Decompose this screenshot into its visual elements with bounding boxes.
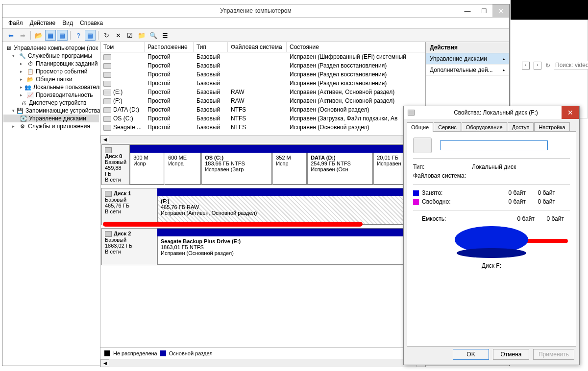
disk-2-stripe — [157, 229, 424, 236]
used-bytes2: 0 байт — [526, 189, 555, 196]
volume-row[interactable]: DATA (D:)ПростойБазовыйNTFSИсправен (Осн… — [100, 105, 425, 114]
refresh-tb-icon[interactable]: ↻ — [101, 30, 112, 41]
tab-service[interactable]: Сервис — [434, 122, 461, 132]
col-volume[interactable]: Том — [100, 42, 145, 52]
partition-e[interactable]: Seagate Backup Plus Drive (E:) 1863,01 Г… — [157, 236, 424, 265]
horizontal-scrollbar[interactable]: ◀ ▶ — [100, 135, 425, 143]
tree-system-tools[interactable]: ▾🔧Служебные программы — [3, 52, 99, 60]
tools-icon: 🔧 — [19, 52, 26, 59]
disk-2[interactable]: Диск 2 Базовый 1863,02 ГБ В сети Seagate… — [101, 228, 424, 265]
col-status[interactable]: Состояние — [287, 42, 425, 52]
browser-search-input[interactable] — [554, 61, 588, 70]
tab-hardware[interactable]: Оборудование — [462, 122, 507, 132]
partition[interactable]: DATA (D:)254,99 ГБ NTFSИсправен (Осн — [307, 153, 373, 185]
free-bytes: 0 байт — [472, 198, 526, 205]
menu-view[interactable]: Вид — [62, 20, 73, 26]
capacity-pie-chart — [455, 226, 528, 253]
volume-row[interactable]: ПростойБазовыйИсправен (Раздел восстанов… — [100, 70, 425, 79]
view2-icon[interactable]: ▤ — [57, 30, 68, 41]
menu-file[interactable]: Файл — [8, 20, 23, 26]
browser-back-icon[interactable]: ‹ — [522, 62, 530, 70]
disk-1-info: Диск 1 Базовый 465,76 ГБ В сети — [102, 188, 157, 225]
folder-icon[interactable]: 📁 — [136, 30, 147, 41]
tree-storage[interactable]: ▾💾Запоминающие устройства — [3, 107, 99, 115]
tree-task-scheduler[interactable]: ▸⏱Планировщик заданий — [3, 60, 99, 68]
services-icon: ⚙ — [19, 123, 26, 130]
close-button[interactable]: ✕ — [492, 4, 509, 17]
horizontal-scrollbar-2[interactable]: ◀ ▶ — [100, 359, 425, 367]
tree-event-viewer[interactable]: ▸📋Просмотр событий — [3, 68, 99, 75]
volume-row[interactable]: Seagate ...ПростойБазовыйNTFSИсправен (О… — [100, 123, 425, 132]
tab-sharing[interactable]: Доступ — [508, 122, 534, 132]
minimize-button[interactable]: — — [459, 4, 476, 17]
disk-map: Диск 0 Базовый 459,88 ГБ В сети 300 МИсп… — [100, 143, 425, 348]
window-title: Управление компьютером — [2, 7, 509, 14]
browser-fwd-icon[interactable]: › — [534, 62, 541, 70]
up-icon[interactable]: 📂 — [33, 30, 44, 41]
users-icon: 👥 — [24, 84, 31, 91]
disk-1[interactable]: Диск 1 Базовый 465,76 ГБ В сети (F:) 465… — [101, 188, 424, 225]
used-label: Занято: — [422, 189, 442, 196]
scroll-left-icon[interactable]: ◀ — [100, 359, 109, 367]
legend: Не распределена Основной раздел — [100, 348, 425, 359]
nav-fwd-icon[interactable]: ➡ — [17, 30, 28, 41]
menu-action[interactable]: Действие — [30, 20, 56, 26]
legend-unallocated-label: Не распределена — [113, 350, 157, 356]
volume-row[interactable]: ПростойБазовыйИсправен (Раздел восстанов… — [100, 61, 425, 70]
partition[interactable]: OS (C:)183,66 ГБ NTFSИсправен (Загр — [201, 153, 272, 185]
tree-services-apps[interactable]: ▸⚙Службы и приложения — [3, 122, 99, 130]
volume-row[interactable]: ПростойБазовыйИсправен (Шифрованный (EFI… — [100, 52, 425, 61]
volume-row[interactable]: OS (C:)ПростойБазовыйNTFSИсправен (Загру… — [100, 114, 425, 123]
scroll-left-icon[interactable]: ◀ — [100, 136, 109, 143]
action-more[interactable]: Дополнительные дей...▸ — [426, 65, 509, 76]
free-label: Свободно: — [422, 198, 451, 205]
volume-row[interactable]: (E:)ПростойБазовыйRAWИсправен (Активен, … — [100, 88, 425, 96]
help-icon[interactable]: ? — [73, 30, 84, 41]
volume-row[interactable]: ПростойБазовыйИсправен (Раздел восстанов… — [100, 79, 425, 88]
col-layout[interactable]: Расположение — [145, 42, 194, 52]
view3-icon[interactable]: ▤ — [85, 30, 96, 41]
props-titlebar[interactable]: Свойства: Локальный диск (F:) ✕ — [404, 106, 579, 119]
tree-root[interactable]: 🖥Управление компьютером (лок — [3, 44, 99, 52]
type-value: Локальный диск — [472, 163, 516, 170]
search-tb-icon[interactable]: 🔍 — [148, 30, 159, 41]
volume-row[interactable]: (F:)ПростойБазовыйRAWИсправен (Активен, … — [100, 96, 425, 105]
partition-f[interactable]: (F:) 465,76 ГБ RAW Исправен (Активен, Ос… — [157, 196, 424, 225]
props-close-button[interactable]: ✕ — [562, 106, 579, 119]
disk-2-info: Диск 2 Базовый 1863,02 ГБ В сети — [102, 229, 157, 265]
type-label: Тип: — [413, 163, 472, 170]
props-icon[interactable]: ☑ — [124, 30, 135, 41]
disk-0[interactable]: Диск 0 Базовый 459,88 ГБ В сети 300 МИсп… — [101, 144, 424, 185]
col-filesystem[interactable]: Файловая система — [228, 42, 287, 52]
free-bytes2: 0 байт — [526, 198, 555, 205]
tab-general-panel: Тип:Локальный диск Файловая система: Зан… — [407, 131, 576, 347]
partition[interactable]: 600 МЕИспра — [165, 153, 201, 185]
drive-icon — [408, 110, 415, 116]
titlebar[interactable]: Управление компьютером — ☐ ✕ — [2, 4, 509, 18]
tab-customize[interactable]: Настройка — [534, 122, 569, 132]
tree-performance[interactable]: ▸📈Производительность — [3, 91, 99, 99]
refresh-icon[interactable]: ↻ — [545, 62, 550, 69]
col-type[interactable]: Тип — [194, 42, 228, 52]
tree-local-users[interactable]: ▸👥Локальные пользователи — [3, 83, 99, 91]
nav-back-icon[interactable]: ⬅ — [5, 30, 16, 41]
view1-icon[interactable]: ▦ — [45, 30, 56, 41]
list-tb-icon[interactable]: ☰ — [160, 30, 171, 41]
delete-icon[interactable]: ✕ — [113, 30, 123, 41]
ok-button[interactable]: OK — [453, 349, 489, 360]
tab-general[interactable]: Общие — [407, 122, 433, 132]
apply-button[interactable]: Применить — [533, 349, 574, 360]
menu-help[interactable]: Справка — [80, 20, 103, 26]
tree-device-manager[interactable]: 🖨Диспетчер устройств — [3, 99, 99, 107]
disk-icon: 💽 — [20, 115, 27, 122]
action-disk-mgmt[interactable]: Управление дисками▴ — [426, 53, 509, 65]
partition[interactable]: 352 МИспр — [272, 153, 307, 185]
legend-primary-swatch — [160, 350, 166, 356]
annotation-redline-1 — [103, 222, 363, 227]
partition[interactable]: 300 МИспр — [130, 153, 164, 185]
maximize-button[interactable]: ☐ — [476, 4, 492, 17]
tree-disk-management[interactable]: 💽Управление дисками — [3, 115, 99, 122]
volume-label-input[interactable] — [440, 140, 548, 150]
tree-shared-folders[interactable]: ▸📂Общие папки — [3, 75, 99, 83]
cancel-button[interactable]: Отмена — [493, 349, 529, 360]
